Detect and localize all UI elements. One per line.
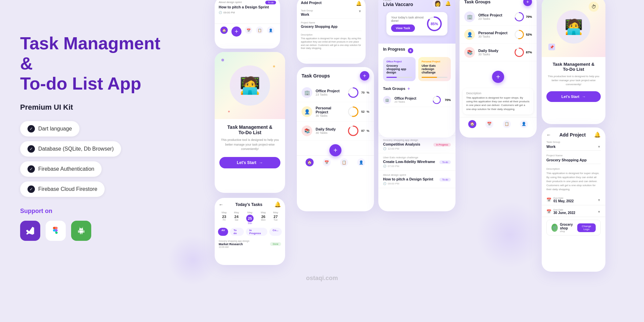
phone-hello-inprogress: Hello! Livia Vaccaro 👩 🔔 Your today's ta…: [378, 0, 455, 138]
phone1-title: How to pitch a Design Sprint: [219, 5, 276, 9]
in-progress-cards: Office Project Grocery shopping app desi…: [383, 57, 451, 81]
due-date-dropdown[interactable]: ▼: [597, 198, 601, 202]
ip-card-office[interactable]: Office Project Grocery shopping app desi…: [383, 57, 416, 81]
nav-calendar[interactable]: 📅: [323, 158, 331, 166]
filter-inprogress[interactable]: In Progress: [246, 228, 267, 236]
end-date-dropdown[interactable]: ▼: [597, 210, 601, 214]
cal-day-26[interactable]: May 26 Mon: [261, 211, 266, 224]
ap-back-arrow[interactable]: ←: [546, 132, 551, 138]
p8-office-project[interactable]: 🏢 Office Project 23 Tasks 70%: [460, 8, 537, 26]
p8-nav-calendar[interactable]: 📅: [485, 120, 493, 128]
p8-daily-study[interactable]: 📚 Daily Study 30 Tasks 87%: [460, 44, 537, 61]
task-group-personal[interactable]: 👤 Personal Project 30 Tasks 52%: [297, 102, 374, 121]
task-competitive-analysis: Grocery shopping app design Competitive …: [378, 136, 455, 153]
personal-project-icon: 👤: [302, 106, 312, 117]
header-icons: 👩 🔔: [432, 0, 451, 9]
add-task-group-btn[interactable]: +: [360, 71, 369, 80]
nav-home[interactable]: 🏠: [220, 26, 228, 34]
android-icon: [71, 221, 91, 241]
p8-nav-tasks[interactable]: 📋: [503, 120, 511, 128]
change-logo-button[interactable]: Change Logo: [577, 223, 596, 232]
dropdown-arrow[interactable]: ▼: [358, 9, 362, 13]
phone2-illustration: 🧑‍💻: [215, 52, 285, 119]
svg-point-5: [348, 126, 358, 136]
cal-day-23[interactable]: May 23 Fri: [222, 211, 227, 224]
inprogress-badge: In Progress: [433, 143, 451, 147]
ip-card-personal[interactable]: Personal Project Uber Eats redesign chal…: [418, 57, 451, 81]
phone8-add-btn[interactable]: +: [523, 0, 532, 6]
user-avatar: 👩: [432, 0, 443, 9]
nav-calendar[interactable]: 📅: [245, 26, 252, 34]
cal-day-27[interactable]: May 27 Tue: [273, 211, 278, 224]
check-icon-2: ✓: [28, 145, 35, 153]
main-fab[interactable]: +: [329, 144, 341, 156]
description-field: Description This application is designed…: [301, 34, 362, 50]
ap-due-date: 📅 Due Date 01 May, 2022 ▼: [542, 195, 605, 205]
figma-icon: [46, 221, 66, 241]
cal-day-25-active[interactable]: May 25 Sun: [246, 211, 254, 224]
platform-icons: [20, 221, 161, 241]
office-project-icon: 🏢: [302, 87, 312, 98]
personal-project-info: Personal Project 30 Tasks: [316, 106, 344, 117]
back-arrow[interactable]: ←: [219, 202, 223, 207]
nav-profile[interactable]: 👤: [357, 158, 365, 166]
cal-day-24[interactable]: May 24 Sat: [234, 211, 239, 224]
task-group-daily-study[interactable]: 📚 Daily Study 30 Tasks 87%: [297, 121, 374, 141]
phone-splash: 🧑‍💻 Task Management &To-Do List This pro…: [215, 52, 285, 193]
bell-icon-4[interactable]: 🔔: [356, 1, 362, 6]
fab-add[interactable]: +: [231, 26, 241, 37]
phone3-title: Today's Tasks: [235, 202, 262, 207]
p8-nav-home[interactable]: 🏠: [468, 120, 476, 128]
bell-icon[interactable]: 🔔: [274, 201, 281, 208]
filter-tabs-small: All To do In Progress Co...: [215, 226, 285, 238]
nav-tasks[interactable]: 📋: [340, 158, 348, 166]
feature-dart: ✓ Dart language: [20, 121, 79, 137]
daily-study-icon: 📚: [302, 125, 312, 136]
task-group-office[interactable]: 🏢 Office Project 23 Tasks 70%: [297, 83, 374, 102]
filter-all[interactable]: All: [218, 228, 228, 236]
phone5-header: Task Groups +: [297, 67, 374, 83]
filter-todo[interactable]: To do: [230, 228, 244, 236]
greeting-info: Hello! Livia Vaccaro: [383, 0, 413, 7]
task-groups-mini: Task Groups + 🏢 Office Project 23 Tasks …: [378, 83, 455, 110]
p8-fab[interactable]: +: [492, 71, 504, 83]
office-project-card[interactable]: Description This application is designed…: [463, 88, 533, 114]
left-panel: Task Managment & To-do List App Premium …: [20, 34, 161, 241]
phone-todays-tasks-small: ← Today's Tasks 🔔 May 23 Fri May 24 Sat …: [215, 198, 285, 265]
phone-right-splash: 🧑‍💻 ⏱ 📌 Task Management &To-Do List This…: [542, 0, 605, 124]
lets-start-button[interactable]: Let's Start →: [219, 157, 280, 168]
phone-add-project-large: ← Add Project 🔔 Task Group Work ▼ Projec…: [542, 127, 605, 272]
nav-tasks[interactable]: 📋: [256, 26, 263, 34]
tg-add-btn[interactable]: +: [407, 86, 410, 91]
filter-complete[interactable]: Co...: [269, 228, 282, 236]
p8-nav-profile[interactable]: 👤: [520, 120, 528, 128]
p8-personal-icon: 👤: [464, 29, 475, 40]
nav-profile[interactable]: 👤: [267, 26, 274, 34]
view-task-button[interactable]: View Task: [391, 24, 415, 32]
tg-dropdown[interactable]: ▼: [597, 145, 601, 149]
todo-badge-sprint: To-do: [439, 178, 451, 181]
ap-bell[interactable]: 🔔: [594, 131, 601, 138]
daily-study-info: Daily Study 30 Tasks: [316, 127, 344, 135]
bell-icon-7[interactable]: 🔔: [445, 1, 451, 6]
right-splash-character: 🧑‍💻: [557, 10, 590, 44]
tg-mini-office[interactable]: 🏢 Office Project 23 Tasks 70%: [383, 93, 451, 107]
task-market-research: Grocery shopping app design Market Resea…: [215, 238, 285, 250]
svg-point-15: [515, 48, 524, 57]
date-icon-end: 📅: [546, 209, 551, 214]
phone2-content: Task Management &To-Do List This product…: [215, 119, 285, 174]
ap-form: Task Group Work ▼ Project Name Grocery S…: [542, 141, 605, 192]
phone-office-project-detail: Task Groups + 🏢 Office Project 23 Tasks …: [460, 0, 537, 138]
right-lets-start-btn[interactable]: Let's Start→: [546, 91, 601, 102]
p8-personal-project[interactable]: 👤 Personal Project 30 Tasks 52%: [460, 26, 537, 44]
p8-personal-progress: 52%: [514, 29, 532, 40]
nav-home[interactable]: 🏠: [306, 158, 314, 166]
phone1-time: 🕘 09:00 PM: [219, 11, 276, 14]
phone1-nav: 🏠 + 📅 📋 👤: [215, 23, 280, 39]
right-splash-title: Task Management &To-Do List: [546, 62, 601, 72]
in-progress-count: 6: [408, 48, 413, 53]
phone4-title: Add Project 🔔: [301, 1, 362, 6]
feature-database: ✓ Database (SQLite, Db Browser): [20, 141, 121, 157]
phone-add-project-small: Add Project 🔔 Task Group Work ▼ Project …: [297, 0, 366, 64]
todo-status-badge: To-do: [265, 1, 276, 4]
